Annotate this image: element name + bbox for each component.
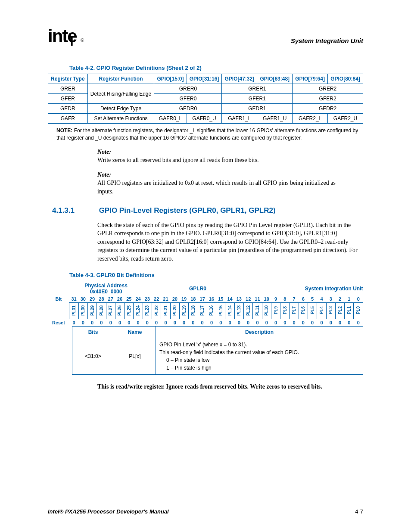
cell: GAFR [48, 114, 88, 124]
bit-number: 21 [161, 296, 170, 303]
reset-value: 0 [78, 319, 87, 327]
cell-desc: GPIO Pin Level 'x' (where x = 0 to 31). … [156, 338, 363, 375]
bit-field: PL29 [87, 302, 97, 319]
cell: GAFR0_U [187, 114, 222, 124]
bit-number: 14 [225, 296, 234, 303]
bit-number: 23 [143, 296, 152, 303]
note-label: Note: [97, 171, 115, 179]
reset-value: 0 [299, 319, 308, 327]
desc-line: 0 – Pin state is low [159, 356, 359, 364]
col-bits: Bits [72, 327, 114, 338]
bit-number: 20 [170, 296, 179, 303]
bit-number: 26 [115, 296, 124, 303]
cell: GRER2 [293, 84, 363, 94]
bit-label: Bit [48, 296, 69, 303]
cell: Detect Rising/Falling Edge [87, 84, 154, 104]
cell: GAFR1_L [222, 114, 257, 124]
cell: GFER0 [154, 94, 222, 104]
reset-value: 0 [225, 319, 234, 327]
reset-value: 0 [87, 319, 97, 327]
reset-value: 0 [317, 319, 326, 327]
page-footer: Intel® PXA255 Processor Developer's Manu… [48, 508, 363, 515]
bit-field: PL2 [335, 302, 344, 319]
bit-field: PL5 [308, 302, 317, 319]
reset-value: 0 [125, 319, 134, 327]
bit-field: PL30 [78, 302, 87, 319]
cell: GAFR1_U [257, 114, 293, 124]
bit-number: 29 [87, 296, 97, 303]
bit-number: 5 [308, 296, 317, 303]
bit-field: PL31 [69, 302, 78, 319]
bit-number: 4 [317, 296, 326, 303]
bit-field: PL13 [234, 302, 243, 319]
bit-field: PL10 [262, 302, 271, 319]
cell: GEDR0 [154, 104, 222, 114]
bit-number: 25 [125, 296, 134, 303]
desc-line: This read-only field indicates the curre… [159, 348, 359, 356]
col-gpio-15-0: GPIO[15:0] [154, 74, 187, 84]
bit-number: 31 [69, 296, 78, 303]
bit-field: PL21 [161, 302, 170, 319]
table-4-2: Register Type Register Function GPIO[15:… [48, 74, 363, 124]
bit-field: PL9 [271, 302, 280, 319]
reset-value: 0 [308, 319, 317, 327]
section-heading: 4.1.3.1 GPIO Pin-Level Registers (GPLR0,… [52, 206, 363, 215]
bit-field: PL1 [345, 302, 354, 319]
bit-number: 0 [354, 296, 363, 303]
bit-field: PL12 [244, 302, 253, 319]
bit-field: PL15 [216, 302, 225, 319]
cell: GAFR0_L [154, 114, 187, 124]
reset-value: 0 [106, 319, 115, 327]
bit-number: 22 [152, 296, 161, 303]
unit-name: System Integration Unit [253, 282, 363, 296]
cell: Set Alternate Functions [87, 114, 154, 124]
note-text: Write zeros to all reserved bits and ign… [97, 156, 347, 165]
desc-line: 1 – Pin state is high [159, 364, 359, 372]
reset-value: 0 [354, 319, 363, 327]
section-body: Check the state of each of the GPIO pins… [97, 221, 363, 263]
bit-number: 28 [97, 296, 106, 303]
reset-value: 0 [335, 319, 344, 327]
reset-value: 0 [97, 319, 106, 327]
cell-bits: <31:0> [72, 338, 114, 375]
bit-field: PL18 [189, 302, 198, 319]
footer-right: 4-7 [355, 508, 363, 515]
bit-field: PL20 [170, 302, 179, 319]
bit-number: 12 [244, 296, 253, 303]
reset-value: 0 [115, 319, 124, 327]
table-4-3: Physical Address0x40E0_0000 GPLR0 System… [48, 282, 363, 327]
col-description: Description [156, 327, 363, 338]
reset-value: 0 [326, 319, 335, 327]
body-note-1: Note: Write zeros to all reserved bits a… [97, 148, 363, 165]
cell: GRER0 [154, 84, 222, 94]
reset-value: 0 [271, 319, 280, 327]
section-title: GPIO Pin-Level Registers (GPLR0, GPLR1, … [99, 206, 276, 215]
cell: GRER [48, 84, 88, 94]
bit-number: 1 [345, 296, 354, 303]
bit-field: PL4 [317, 302, 326, 319]
section-number: 4.1.3.1 [52, 206, 97, 215]
reset-value: 0 [345, 319, 354, 327]
bit-number: 7 [290, 296, 299, 303]
bit-field: PL14 [225, 302, 234, 319]
note-label: NOTE: [56, 128, 72, 134]
bit-number: 10 [262, 296, 271, 303]
cell: GFER1 [222, 94, 293, 104]
bit-number: 17 [198, 296, 207, 303]
bit-field: PL26 [115, 302, 124, 319]
reset-value: 0 [143, 319, 152, 327]
reset-value: 0 [207, 319, 216, 327]
body-note-2: Note: All GPIO registers are initialized… [97, 171, 363, 196]
col-gpio-80-84: GPIO[80:84] [328, 74, 363, 84]
bit-field: PL28 [97, 302, 106, 319]
bit-field: PL22 [152, 302, 161, 319]
cell: GEDR2 [293, 104, 363, 114]
reset-value: 0 [262, 319, 271, 327]
reset-value: 0 [189, 319, 198, 327]
bit-field: PL24 [134, 302, 143, 319]
col-gpio-47-32: GPIO[47:32] [222, 74, 257, 84]
chapter-title: System Integration Unit [291, 37, 363, 44]
table-row: GAFR Set Alternate Functions GAFR0_L GAF… [48, 114, 363, 124]
bit-number: 27 [106, 296, 115, 303]
bit-number: 15 [216, 296, 225, 303]
